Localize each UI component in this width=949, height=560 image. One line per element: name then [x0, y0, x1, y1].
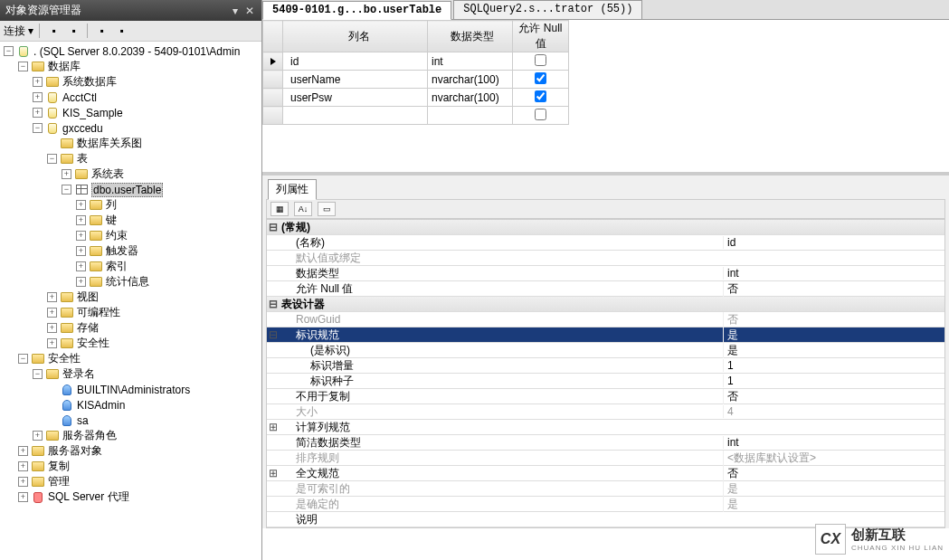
property-value[interactable]: id: [723, 236, 944, 249]
col-header-allownull[interactable]: 允许 Null 值: [513, 21, 569, 52]
property-row[interactable]: RowGuid否: [267, 312, 944, 327]
tree-item[interactable]: +AcctCtl: [0, 90, 261, 105]
expand-icon[interactable]: +: [47, 323, 57, 333]
property-row[interactable]: (是标识)是: [267, 343, 944, 358]
panel-title-buttons[interactable]: ▾✕: [231, 5, 256, 17]
tree-item[interactable]: +管理: [0, 474, 261, 489]
tree-item[interactable]: +系统表: [0, 166, 261, 182]
toolbar-btn-2[interactable]: ▪: [65, 23, 81, 39]
cell-name[interactable]: userName: [283, 71, 428, 89]
cell-name[interactable]: id: [283, 52, 428, 71]
tree-item[interactable]: −. (SQL Server 8.0.2039 - 5409-0101\Admi…: [0, 43, 261, 59]
tree-item[interactable]: +索引: [0, 259, 261, 274]
cell-allownull[interactable]: [513, 89, 569, 107]
tree-item[interactable]: −gxccedu: [0, 120, 261, 136]
collapse-icon[interactable]: −: [33, 123, 43, 133]
expand-icon[interactable]: +: [62, 169, 71, 179]
tree-item[interactable]: +存储: [0, 320, 261, 336]
document-tab[interactable]: 5409-0101.g...bo.userTable: [262, 1, 451, 20]
tree-item[interactable]: +SQL Server 代理: [0, 489, 261, 505]
property-value[interactable]: 是: [723, 327, 944, 343]
cell-name[interactable]: [283, 107, 428, 125]
tree-item[interactable]: +触发器: [0, 243, 261, 259]
expand-icon[interactable]: +: [76, 277, 86, 287]
col-header-name[interactable]: 列名: [283, 21, 428, 52]
property-row[interactable]: 大小4: [267, 404, 944, 420]
expand-icon[interactable]: +: [33, 108, 43, 118]
tree-item[interactable]: BUILTIN\Administrators: [0, 382, 261, 397]
col-header-type[interactable]: 数据类型: [428, 21, 513, 52]
tree-item[interactable]: −安全性: [0, 351, 261, 366]
cell-allownull[interactable]: [513, 71, 569, 89]
allownull-checkbox[interactable]: [535, 54, 546, 66]
toolbar-btn-3[interactable]: ▪: [93, 23, 109, 39]
cell-allownull[interactable]: [513, 52, 569, 71]
expand-icon[interactable]: +: [76, 200, 86, 210]
tree-item[interactable]: −dbo.userTable: [0, 182, 261, 197]
property-row[interactable]: ⊟表设计器: [267, 297, 944, 312]
collapse-icon[interactable]: −: [4, 46, 14, 56]
tree-item[interactable]: KISAdmin: [0, 397, 261, 413]
grid-row[interactable]: [263, 107, 569, 125]
tree-item[interactable]: −数据库: [0, 59, 261, 74]
allownull-checkbox[interactable]: [535, 90, 546, 102]
property-row[interactable]: 数据类型int: [267, 266, 944, 281]
property-row[interactable]: 不用于复制否: [267, 389, 944, 404]
cell-allownull[interactable]: [513, 107, 569, 125]
property-expander[interactable]: ⊞: [267, 421, 280, 433]
collapse-icon[interactable]: −: [18, 354, 28, 364]
tree-item[interactable]: +服务器对象: [0, 443, 261, 459]
expand-icon[interactable]: +: [76, 231, 86, 241]
expand-icon[interactable]: +: [47, 292, 57, 302]
cell-type[interactable]: nvarchar(100): [428, 89, 513, 107]
row-selector[interactable]: [263, 89, 283, 107]
expand-icon[interactable]: +: [18, 477, 28, 487]
expand-icon[interactable]: +: [18, 461, 28, 471]
connect-dropdown[interactable]: 连接 ▾: [4, 24, 33, 39]
expand-icon[interactable]: +: [33, 77, 43, 87]
tree-item[interactable]: +KIS_Sample: [0, 105, 261, 120]
property-value[interactable]: int: [723, 267, 944, 280]
expand-icon[interactable]: +: [33, 431, 43, 441]
property-pages-button[interactable]: ▭: [318, 202, 336, 216]
property-value[interactable]: 是: [723, 343, 944, 358]
property-row[interactable]: 标识种子1: [267, 374, 944, 389]
property-expander[interactable]: ⊞: [267, 467, 280, 479]
property-row[interactable]: 标识增量1: [267, 358, 944, 374]
property-value[interactable]: 1: [723, 375, 944, 387]
property-value[interactable]: 是: [723, 481, 944, 497]
cell-type[interactable]: int: [428, 52, 513, 71]
tree-item[interactable]: 数据库关系图: [0, 136, 261, 151]
property-row[interactable]: ⊞计算列规范: [267, 420, 944, 435]
property-row[interactable]: ⊟(常规): [267, 220, 944, 235]
document-tab[interactable]: SQLQuery2.s...trator (55)): [453, 0, 642, 19]
property-expander[interactable]: ⊟: [267, 298, 280, 310]
property-row[interactable]: 是确定的是: [267, 497, 944, 512]
tree-item[interactable]: +键: [0, 213, 261, 228]
property-value[interactable]: 4: [723, 405, 944, 418]
expand-icon[interactable]: +: [47, 338, 57, 348]
row-selector[interactable]: [263, 52, 283, 71]
grid-row[interactable]: idint: [263, 52, 569, 71]
tree-item[interactable]: +列: [0, 197, 261, 213]
property-value[interactable]: 否: [723, 312, 944, 327]
toolbar-btn-1[interactable]: ▪: [45, 23, 62, 39]
expand-icon[interactable]: +: [18, 492, 28, 502]
tree-item[interactable]: +服务器角色: [0, 428, 261, 443]
property-row[interactable]: 是可索引的是: [267, 481, 944, 497]
expand-icon[interactable]: +: [18, 446, 28, 456]
property-tab[interactable]: 列属性: [268, 179, 317, 200]
tree-item[interactable]: +统计信息: [0, 274, 261, 289]
grid-row[interactable]: userNamenvarchar(100): [263, 71, 569, 89]
tree-item[interactable]: +视图: [0, 289, 261, 305]
cell-type[interactable]: nvarchar(100): [428, 71, 513, 89]
object-tree[interactable]: −. (SQL Server 8.0.2039 - 5409-0101\Admi…: [0, 42, 261, 560]
property-value[interactable]: <数据库默认设置>: [723, 451, 944, 466]
property-value[interactable]: 否: [723, 389, 944, 404]
column-grid[interactable]: 列名数据类型允许 Null 值idintuserNamenvarchar(100…: [262, 20, 569, 125]
property-grid[interactable]: ⊟(常规)(名称)id默认值或绑定数据类型int允许 Null 值否⊟表设计器R…: [266, 219, 945, 528]
collapse-icon[interactable]: −: [33, 369, 43, 379]
cell-name[interactable]: userPsw: [283, 89, 428, 107]
expand-icon[interactable]: +: [47, 308, 57, 318]
collapse-icon[interactable]: −: [62, 185, 71, 195]
